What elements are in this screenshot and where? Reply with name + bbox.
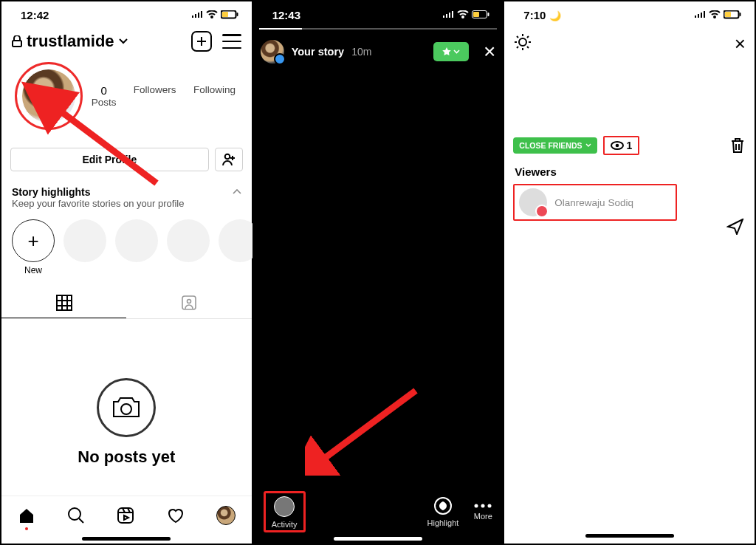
story-footer: Activity Highlight More <box>253 489 504 544</box>
profile-header: trustlamide <box>1 28 252 58</box>
svg-rect-19 <box>725 12 731 17</box>
svg-rect-5 <box>57 295 72 310</box>
battery-icon <box>472 10 489 19</box>
svg-point-21 <box>551 97 559 103</box>
stat-posts[interactable]: 0 Posts <box>92 84 117 108</box>
chevron-up-icon[interactable] <box>233 189 241 195</box>
menu-button[interactable] <box>222 34 241 49</box>
close-friends-pill[interactable]: CLOSE FRIENDS <box>513 137 597 154</box>
svg-rect-1 <box>222 12 228 17</box>
status-bar: 12:42 <box>1 1 252 28</box>
story-title: Your story <box>292 46 344 58</box>
status-time: 12:42 <box>21 9 49 21</box>
empty-text: No posts yet <box>78 448 175 467</box>
story-ring <box>15 62 83 130</box>
cellular-icon <box>694 10 706 19</box>
username-dropdown[interactable]: trustlamide <box>12 32 128 51</box>
star-icon <box>441 47 452 57</box>
edit-row: Edit Profile <box>1 134 252 179</box>
viewer-avatar-icon <box>274 496 295 517</box>
svg-point-8 <box>121 404 131 414</box>
story-progress <box>259 28 498 30</box>
posts-count: 0 <box>92 84 117 97</box>
tab-tagged[interactable] <box>126 287 251 318</box>
nav-search[interactable] <box>67 507 85 524</box>
delete-button[interactable] <box>729 137 746 154</box>
nav-profile[interactable] <box>216 506 236 525</box>
plus-icon: + <box>12 219 55 262</box>
reels-icon <box>117 507 134 524</box>
highlights-subtitle: Keep your favorite stories on your profi… <box>12 198 241 209</box>
controls-row: CLOSE FRIENDS 1 <box>504 126 755 160</box>
settings-button[interactable] <box>513 32 532 52</box>
stat-following[interactable]: Following <box>193 84 236 108</box>
status-icons <box>191 10 238 19</box>
thumb-view-count: 1 <box>605 100 620 109</box>
close-friends-badge[interactable] <box>433 42 469 61</box>
highlights-section: Story highlights Keep your favorite stor… <box>1 179 252 212</box>
cellular-icon <box>442 10 454 19</box>
status-bar: 12:43 <box>253 1 504 28</box>
viewer-avatar <box>519 188 547 216</box>
edit-profile-button[interactable]: Edit Profile <box>10 148 209 171</box>
heart-icon <box>167 507 185 524</box>
nav-activity[interactable] <box>167 507 185 524</box>
highlight-new[interactable]: + New <box>12 219 55 275</box>
tagged-icon <box>181 295 197 311</box>
chevron-down-icon <box>585 143 591 148</box>
status-icons <box>694 10 741 19</box>
tab-grid[interactable] <box>1 287 126 318</box>
battery-icon <box>221 10 238 19</box>
svg-rect-2 <box>236 13 238 16</box>
highlights-title: Story highlights <box>12 186 91 198</box>
highlight-placeholder <box>167 219 210 275</box>
close-button[interactable]: × <box>735 32 746 55</box>
status-icons <box>442 10 489 19</box>
story-avatar[interactable] <box>261 40 284 64</box>
view-count-number: 1 <box>627 140 633 151</box>
svg-point-24 <box>608 104 611 106</box>
chevron-down-icon <box>453 49 460 54</box>
view-count[interactable]: 1 <box>603 136 640 155</box>
story-content[interactable] <box>253 69 504 489</box>
highlight-placeholder <box>115 219 158 275</box>
more-button[interactable]: More <box>473 503 492 521</box>
empty-state: No posts yet <box>1 319 252 496</box>
status-bar: 7:10 🌙 <box>504 1 755 28</box>
home-icon <box>18 507 35 524</box>
svg-point-15 <box>475 504 478 508</box>
viewer-name: Olanrewaju Sodiq <box>554 197 633 208</box>
stats-row: 0 Posts Followers Following <box>1 58 252 134</box>
profile-avatar[interactable] <box>15 62 83 130</box>
nav-home[interactable] <box>18 507 35 524</box>
svg-point-7 <box>188 300 191 304</box>
viewer-row[interactable]: Olanrewaju Sodiq <box>513 184 677 221</box>
discover-people-button[interactable] <box>215 148 243 171</box>
highlights-row[interactable]: + New <box>1 212 252 278</box>
story-time: 10m <box>351 46 371 58</box>
username-text: trustlamide <box>27 32 114 51</box>
highlight-button[interactable]: Highlight <box>427 496 459 527</box>
svg-point-16 <box>481 504 485 508</box>
share-button[interactable] <box>726 219 744 235</box>
avatar-image <box>21 69 76 123</box>
more-icon <box>473 503 492 509</box>
cellular-icon <box>191 10 203 19</box>
stat-followers[interactable]: Followers <box>134 84 176 108</box>
svg-point-27 <box>615 144 619 148</box>
screen-profile: 12:42 trustlamide 0 Posts <box>1 1 252 544</box>
close-button[interactable]: × <box>484 40 495 64</box>
thumb-view-count: 1 <box>551 95 566 104</box>
activity-label: Activity <box>272 520 298 529</box>
nav-reels[interactable] <box>117 507 134 524</box>
svg-point-23 <box>605 103 614 108</box>
highlight-new-label: New <box>24 265 42 275</box>
cf-label: CLOSE FRIENDS <box>519 141 582 150</box>
create-button[interactable] <box>191 31 212 52</box>
status-time: 12:43 <box>272 9 300 21</box>
svg-point-9 <box>69 508 80 520</box>
lock-icon <box>12 35 22 47</box>
more-label: More <box>474 512 492 521</box>
posts-label: Posts <box>92 97 117 108</box>
activity-button[interactable]: Activity <box>264 491 306 532</box>
